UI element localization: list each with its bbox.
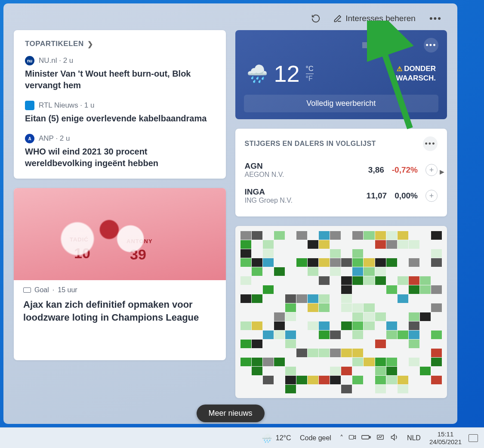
svg-rect-3 (370, 436, 371, 438)
stocks-more-icon[interactable]: ••• (423, 136, 438, 151)
stock-price: 11,07 (367, 191, 387, 201)
svg-rect-2 (362, 435, 369, 439)
svg-rect-1 (349, 435, 354, 439)
article-headline: Minister Van 't Wout heeft burn-out, Blo… (25, 68, 215, 91)
goal-icon (23, 287, 31, 293)
pencil-icon (333, 14, 342, 23)
weather-card: ••• 🌧️ 12 °C °F ⚠DONDER WAARSCH. (235, 30, 447, 119)
language-indicator[interactable]: NLD (407, 434, 421, 442)
volume-icon[interactable] (390, 433, 398, 443)
taskbar-weather[interactable]: 🌧️ 12°C Code geel (262, 433, 331, 443)
add-stock-button[interactable]: + (425, 164, 438, 176)
stocks-title[interactable]: STIJGERS EN DALERS IN VOLGLIJST (245, 140, 376, 148)
article-item[interactable]: RTL Nieuws · 1 u Eitan (5) enige overlev… (25, 101, 215, 124)
panel-more-icon[interactable]: ••• (428, 13, 444, 24)
weather-warning[interactable]: ⚠DONDER WAARSCH. (396, 64, 438, 83)
stock-price: 3,86 (368, 165, 384, 175)
news-headline: Ajax kan zich definitief opmaken voor lo… (23, 298, 216, 324)
temp-units[interactable]: °C °F (306, 65, 314, 83)
more-news-button[interactable]: Meer nieuws (196, 405, 264, 422)
article-headline: WHO wil eind 2021 30 procent wereldbevol… (25, 146, 215, 169)
news-photo: TADIĆ 10 ANTONY 39 (14, 188, 226, 280)
article-item[interactable]: nu NU.nl · 2 u Minister Van 't Wout heef… (25, 56, 215, 91)
manage-interests-label: Interesses beheren (345, 14, 416, 23)
chevron-right-icon: ❯ (87, 40, 93, 48)
stock-change: 0,00% (395, 191, 418, 201)
full-weather-link[interactable]: Volledig weerbericht (244, 95, 439, 112)
manage-interests-button[interactable]: Interesses beheren (333, 14, 416, 23)
battery-icon[interactable] (361, 434, 371, 442)
system-tray: ˄ (340, 433, 398, 443)
mosaic-grid (240, 231, 442, 393)
stocks-next-icon[interactable]: ▶ (440, 168, 444, 175)
top-articles-card: TOPARTIKELEN ❯ nu NU.nl · 2 u Minister V… (14, 30, 226, 179)
source-icon (25, 101, 34, 110)
cloud-icon: 🌧️ (262, 433, 272, 443)
notifications-icon[interactable] (469, 434, 478, 442)
weather-more-icon[interactable]: ••• (424, 38, 438, 53)
warning-icon: ⚠ (397, 65, 402, 72)
featured-news-card[interactable]: TADIĆ 10 ANTONY 39 Goal · 15 uur Ajax ka… (14, 188, 226, 360)
add-stock-button[interactable]: + (425, 190, 438, 202)
top-articles-title[interactable]: TOPARTIKELEN ❯ (25, 40, 215, 48)
stock-row[interactable]: INGAING Groep N.V.11,070,00%+ (245, 183, 438, 209)
meet-icon[interactable] (348, 434, 356, 442)
taskbar-clock[interactable]: 15:11 24/05/2021 (429, 430, 462, 445)
cloud-rain-icon: 🌧️ (247, 64, 268, 84)
source-icon: A (25, 134, 34, 143)
article-headline: Eitan (5) enige overlevende kabelbaandra… (25, 113, 215, 124)
covid-map-card[interactable] (235, 226, 447, 398)
refresh-icon[interactable] (310, 13, 321, 24)
location-obscured (362, 42, 405, 48)
stocks-card: STIJGERS EN DALERS IN VOLGLIJST ••• AGNA… (235, 129, 447, 216)
news-meta: Goal · 15 uur (23, 286, 216, 294)
article-item[interactable]: A ANP · 2 u WHO wil eind 2021 30 procent… (25, 134, 215, 169)
tray-chevron-icon[interactable]: ˄ (340, 434, 343, 442)
widget-panel-header: Interesses beheren ••• (14, 11, 447, 30)
source-icon: nu (25, 56, 34, 65)
weather-temp: 12 (274, 60, 300, 87)
wifi-icon[interactable] (376, 434, 385, 442)
stock-row[interactable]: AGNAEGON N.V.3,86-0,72%+ (245, 157, 438, 183)
taskbar: 🌧️ 12°C Code geel ˄ NLD 15:11 24/05/2021 (0, 427, 484, 448)
stock-change: -0,72% (392, 165, 418, 175)
